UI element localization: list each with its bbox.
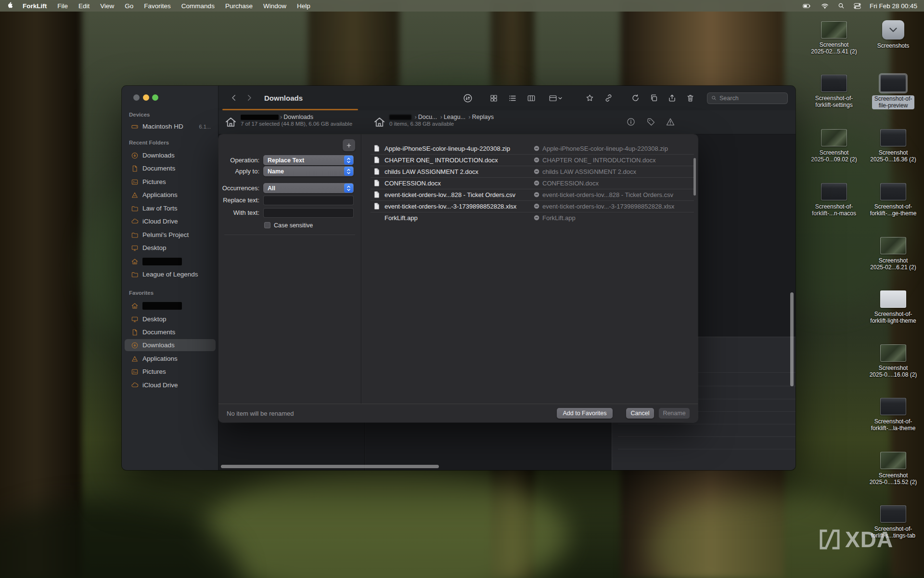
menu-item-file[interactable]: File [52,2,73,10]
breadcrumb-separator: › [413,114,418,120]
case-sensitive-checkbox[interactable] [264,222,270,228]
sidebar-item-home-redacted[interactable] [125,255,216,267]
copy-button[interactable] [647,92,660,105]
dialog-list-scrollbar[interactable] [693,158,696,196]
favorites-star-button[interactable] [583,92,596,105]
sidebar-item-home-redacted[interactable] [125,300,216,312]
rename-preview-row[interactable]: event-ticket-orders-lov...828 - Ticket O… [361,189,698,200]
icon-view-button[interactable] [488,92,500,105]
add-to-favorites-button[interactable]: Add to Favorites [557,408,613,419]
sidebar-item-documents[interactable]: Documents [125,326,216,338]
breadcrumb[interactable]: ›Docu... ›Leagu... ›Replays [389,114,591,120]
close-button[interactable] [133,94,140,101]
breadcrumb-segment[interactable]: Docu... [418,114,437,120]
vertical-scrollbar[interactable] [790,292,794,386]
battery-icon[interactable] [801,2,812,10]
sidebar-item-pelumis-project[interactable]: Pelumi's Project [125,229,216,241]
sidebar-item-downloads[interactable]: Downloads [125,149,216,161]
breadcrumb-segment[interactable]: Leagu... [444,114,465,120]
sidebar-item-macintosh-hd[interactable]: Macintosh HD 6.1... [125,120,216,132]
sidebar-item-icloud-drive[interactable]: iCloud Drive [125,379,216,391]
desktop-icon[interactable]: Screenshot-of- forklift-...la-theme [864,398,922,432]
desktop-icon[interactable]: Screenshot-of- forklift-light-theme [864,290,922,324]
forward-button[interactable] [245,93,254,104]
cancel-button[interactable]: Cancel [626,408,654,419]
desktop-icon[interactable]: Screenshot 2025-0....15.52 (2) [864,452,922,486]
search-input[interactable] [719,95,777,102]
breadcrumb-segment[interactable]: Replays [472,114,494,120]
spotlight-search-icon[interactable] [837,2,845,10]
desktop-icon[interactable]: Screenshot 2025-02...5.41 (2) [805,21,863,55]
tag-icon[interactable] [646,117,656,129]
sidebar-item-downloads-selected[interactable]: Downloads [125,339,216,351]
menu-item-commands[interactable]: Commands [176,2,220,10]
info-icon[interactable] [626,117,636,129]
rename-preview-row[interactable]: childs LAW ASSIGNMENT 2.docx childs LAW … [361,166,698,177]
desktop-icon[interactable]: Screenshot 2025-02...6.21 (2) [864,237,922,271]
rename-preview-row[interactable]: Apple-iPhoneSE-color-lineup-4up-220308.z… [361,143,698,154]
add-operation-button[interactable] [343,139,355,151]
sidebar-item-league-of-legends[interactable]: League of Legends [125,268,216,280]
with-text-input[interactable] [263,208,354,218]
zoom-button[interactable] [152,94,158,101]
replace-text-input[interactable] [263,196,354,205]
new-filename: CONFESSION.docx [385,180,441,187]
sidebar-item-icloud-drive[interactable]: iCloud Drive [125,215,216,227]
apple-menu-icon[interactable] [0,1,17,11]
desktop-icon[interactable]: Screenshot-of- forklift-settings [805,75,863,108]
desktop-icon-selected[interactable]: Screenshot-of- file-preview [864,75,922,109]
upload-button[interactable] [666,92,678,105]
connect-link-button[interactable] [602,92,615,105]
menu-item-go[interactable]: Go [119,2,139,10]
menu-item-help[interactable]: Help [292,2,316,10]
desktop-icon[interactable]: Screenshot 2025-0....16.08 (2) [864,344,922,378]
column-view-button[interactable] [525,92,538,105]
document-icon [131,165,139,172]
operation-dropdown[interactable]: Replace Text [263,155,354,165]
menu-item-favorites[interactable]: Favorites [139,2,176,10]
menu-item-view[interactable]: View [95,2,119,10]
active-tab-title[interactable]: Downloads [264,94,303,102]
sync-button[interactable] [629,92,642,105]
sidebar-item-applications[interactable]: Applications [125,189,216,201]
apply-to-dropdown[interactable]: Name [263,166,354,176]
wifi-icon[interactable] [821,2,829,10]
minimize-button[interactable] [143,94,149,101]
rename-preview-row[interactable]: event-ticket-orders-lov...-3-17398988528… [361,200,698,212]
desktop-icon[interactable]: Screenshot-of- forklift-...ge-theme [864,183,922,217]
desktop-icon-screenshots-folder[interactable]: Screenshots [864,20,922,50]
sidebar-item-pictures[interactable]: Pictures [125,366,216,378]
menu-bar-clock[interactable]: Fri Feb 28 00:45 [870,2,917,10]
desktop-icon[interactable]: Screenshot 2025-0...09.02 (2) [805,129,863,163]
back-button[interactable] [230,93,238,104]
sidebar-item-applications[interactable]: Applications [125,353,216,365]
menu-item-forklift[interactable]: ForkLift [17,2,52,10]
sidebar-item-law-of-torts[interactable]: Law of Torts [125,202,216,214]
desktop-icon[interactable]: Screenshot-of- forklift-...n-macos [805,183,863,217]
desktop-icon[interactable]: Screenshot 2025-0...16.36 (2) [864,129,922,163]
rename-button[interactable]: Rename [659,408,690,419]
sidebar-item-pictures[interactable]: Pictures [125,176,216,188]
breadcrumb-segment[interactable]: Downloads [283,114,313,120]
control-center-icon[interactable] [853,2,861,10]
trash-button[interactable] [684,92,696,105]
menu-item-purchase[interactable]: Purchase [220,2,258,10]
horizontal-scrollbar[interactable] [221,465,439,468]
menu-item-edit[interactable]: Edit [73,2,95,10]
list-view-button[interactable] [506,92,519,105]
transfers-icon[interactable] [462,92,474,105]
rename-preview-row[interactable]: CONFESSION.docx CONFESSION.docx [361,177,698,189]
left-pane-path-bar[interactable]: ›Downloads 7 of 17 selected (44.8 MB), 6… [218,110,365,134]
view-options-button[interactable] [546,92,566,105]
warning-icon[interactable] [666,117,675,129]
rename-preview-row[interactable]: CHAPTER ONE_ INTRODUCTION.docx CHAPTER O… [361,154,698,166]
search-field[interactable] [707,92,788,104]
right-pane-path-bar[interactable]: ›Docu... ›Leagu... ›Replays 0 items, 6.3… [365,110,796,134]
rename-preview-row[interactable]: ForkLift.app ForkLift.app [361,212,698,223]
occurrences-dropdown[interactable]: All [263,183,354,193]
sidebar-item-desktop[interactable]: Desktop [125,313,216,325]
menu-item-window[interactable]: Window [258,2,292,10]
sidebar-item-desktop[interactable]: Desktop [125,242,216,254]
breadcrumb[interactable]: ›Downloads [241,114,362,120]
sidebar-item-documents[interactable]: Documents [125,162,216,174]
